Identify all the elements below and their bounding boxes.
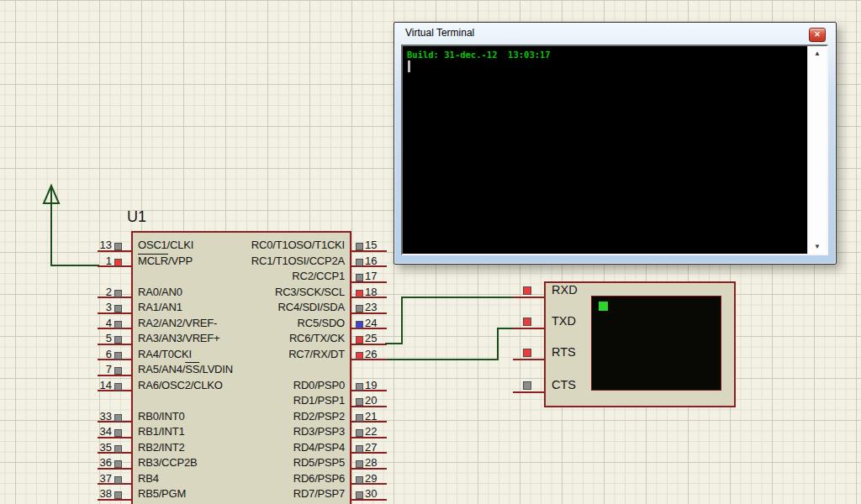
terminal-content: Build: 31-dec.-12 13:03:17 ▲ ▼ [401, 45, 828, 255]
pin-label: RC3/SCK/SCL [205, 286, 345, 298]
scroll-down-icon[interactable]: ▼ [808, 243, 827, 250]
pin-indicator [356, 460, 363, 468]
pin-number: 33 [84, 410, 112, 423]
pin-label-text: RC6/TX/CK [289, 332, 345, 344]
pin-label: RD4/PSP4 [205, 441, 345, 454]
pin-line[interactable] [513, 297, 546, 298]
pin-indicator [356, 398, 363, 406]
pin-line[interactable] [513, 328, 546, 329]
pin-number: 2 [84, 286, 112, 298]
pin-number: 38 [84, 487, 112, 500]
pin-label-text: RC5/SDO [298, 317, 345, 329]
pin-number: 7 [84, 363, 112, 375]
scroll-up-icon[interactable]: ▲ [808, 50, 827, 57]
pin-label: RA1/AN1 [138, 301, 182, 313]
pin-indicator [114, 352, 122, 360]
pin-number: 26 [365, 348, 393, 360]
pin-label-text: SS [185, 363, 199, 375]
pin-indicator [356, 290, 363, 297]
pin-label-text: RC3/SCK/SCL [275, 286, 345, 298]
pin-label-text: RA5/AN4/ [138, 363, 185, 375]
pin-line[interactable] [513, 391, 546, 393]
pin-indicator [356, 383, 363, 391]
pin-label: RB2/INT2 [138, 441, 184, 454]
pin-label-text: /LVDIN [199, 363, 233, 375]
pin-number: 35 [84, 441, 112, 454]
pin-label-text: RB3/CCP2B [138, 456, 197, 469]
pin-indicator [356, 243, 363, 250]
pin-indicator [114, 305, 122, 312]
pin-label: RD5/PSP5 [205, 456, 345, 469]
pin-label: RC5/SDO [205, 317, 345, 329]
wire-rc7-rx-to-txd[interactable] [385, 328, 513, 360]
virtual-terminal-component-screen [591, 296, 721, 391]
pin-number: 3 [84, 301, 112, 313]
pin-label: RA4/T0CKI [138, 348, 192, 360]
pin-indicator [114, 445, 122, 453]
pin-label-text: RD5/PSP5 [293, 456, 345, 469]
pin-indicator [356, 491, 363, 499]
pin-label: RD1/PSP1 [205, 394, 345, 407]
pin-number: 28 [365, 456, 393, 469]
pin-label-text: /VPP [168, 255, 193, 267]
pin-indicator [356, 429, 363, 437]
pin-label-text: RA4/T0CKI [138, 348, 192, 360]
pin-indicator [114, 491, 122, 499]
pin-indicator [114, 259, 122, 266]
terminal-pin-label: CTS [552, 378, 576, 392]
pin-label: RC2/CCP1 [205, 270, 345, 282]
pin-label: RD0/PSP0 [205, 379, 345, 391]
pin-number: 27 [365, 441, 393, 454]
pin-indicator [114, 290, 122, 297]
pin-indicator [356, 414, 363, 422]
pin-label: MCLR/VPP [138, 255, 193, 267]
pin-label-text: RC4/SDI/SDA [278, 301, 345, 313]
pin-indicator [356, 352, 363, 360]
pin-number: 4 [84, 317, 112, 329]
pin-number: 34 [84, 425, 112, 438]
chip-reference: U1 [127, 208, 146, 226]
pin-line[interactable] [513, 359, 546, 360]
close-icon[interactable]: ✕ [809, 28, 826, 42]
terminal-activity-led [599, 302, 608, 311]
pin-label: RB1/INT1 [138, 425, 184, 438]
pin-label-text: RB4 [138, 472, 159, 485]
pin-label: RC6/TX/CK [205, 332, 345, 344]
pin-number: 25 [365, 332, 393, 344]
pin-label-text: RD1/PSP1 [293, 394, 345, 407]
pin-label-text: RD7/PSP7 [293, 487, 345, 500]
pin-indicator [523, 318, 531, 326]
pin-number: 24 [365, 317, 393, 329]
terminal-scrollbar[interactable]: ▲ ▼ [807, 46, 827, 254]
pin-indicator [114, 414, 122, 422]
terminal-cursor [408, 60, 410, 72]
pin-indicator [523, 286, 531, 295]
pin-label-text: RD0/PSP0 [293, 379, 345, 391]
virtual-terminal-window[interactable]: Virtual Terminal ✕ Build: 31-dec.-12 13:… [394, 22, 837, 265]
terminal-screen[interactable]: Build: 31-dec.-12 13:03:17 [403, 46, 807, 254]
pin-label: RC1/T1OSI/CCP2A [205, 255, 345, 267]
pin-label-text: RC0/T1OSO/T1CKI [251, 239, 345, 251]
pin-label-text: RB2/INT2 [138, 441, 184, 454]
pin-number: 1 [84, 255, 112, 267]
pin-number: 20 [365, 394, 393, 407]
pin-label-text: OSC1/CLKI [138, 239, 193, 251]
pin-indicator [114, 383, 122, 391]
pin-label-text: RB0/INT0 [138, 410, 184, 423]
pin-indicator [356, 336, 363, 344]
pin-label: RD3/PSP3 [205, 425, 345, 438]
wire-rc6-tx-to-rxd[interactable] [385, 297, 513, 344]
pin-label: RC7/RX/DT [205, 348, 345, 360]
pin-indicator [523, 381, 531, 390]
pin-label-text: RD4/PSP4 [293, 441, 345, 454]
pin-number: 16 [365, 255, 393, 267]
pin-label-text: RB5/PGM [138, 487, 186, 500]
pin-label: RA5/AN4/SS/LVDIN [138, 363, 233, 375]
pin-label-text: MCLR [138, 255, 168, 267]
terminal-text-line: Build: 31-dec.-12 13:03:17 [407, 50, 551, 60]
pin-label: RB3/CCP2B [138, 456, 197, 469]
pin-indicator [114, 321, 122, 328]
pin-indicator [114, 460, 122, 468]
pin-number: 5 [84, 332, 112, 344]
pin-label-text: RD2/PSP2 [293, 410, 345, 423]
